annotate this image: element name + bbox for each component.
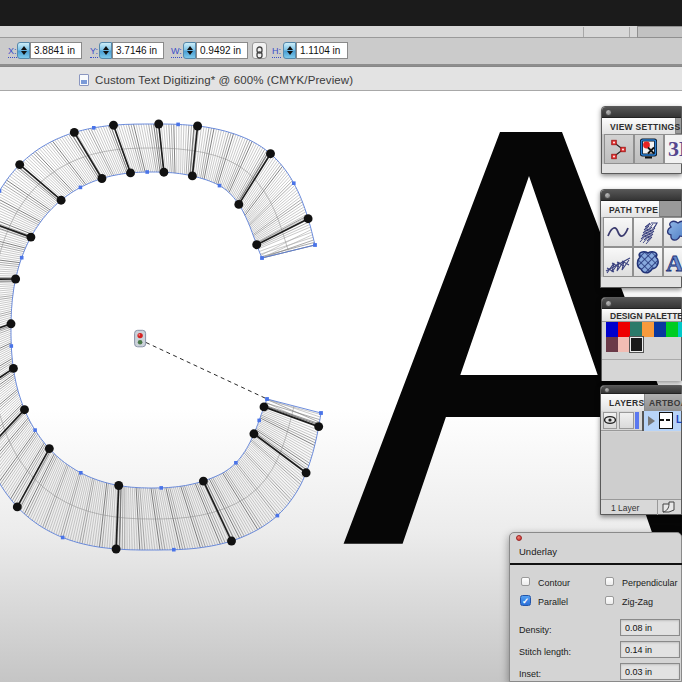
svg-text:A: A	[666, 250, 682, 276]
